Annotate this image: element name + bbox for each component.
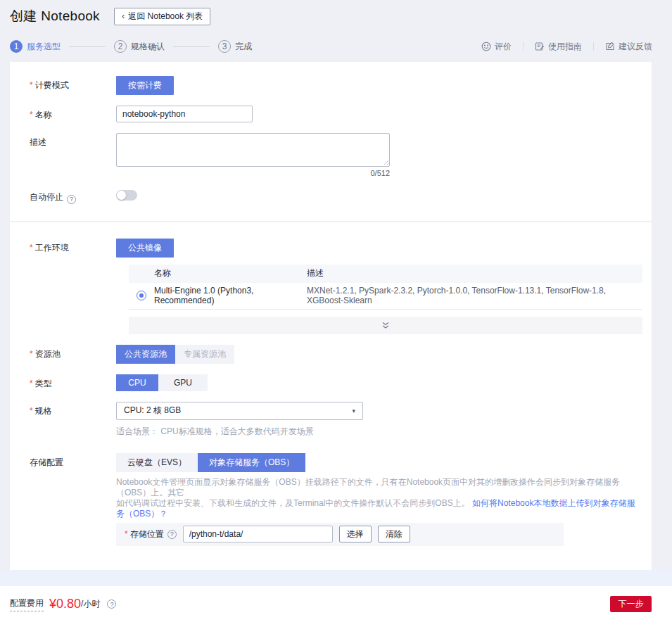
next-step-button[interactable]: 下一步 <box>610 596 652 612</box>
billing-mode-on-demand-button[interactable]: 按需计费 <box>116 76 174 95</box>
toggle-knob <box>117 191 126 200</box>
page-title: 创建 Notebook <box>10 7 100 25</box>
required-asterisk: * <box>30 379 33 388</box>
header-separator <box>523 42 524 51</box>
step-2-number: 2 <box>114 40 127 53</box>
work-env-label: *工作环境 <box>30 239 116 334</box>
required-asterisk: * <box>30 406 33 416</box>
gpu-option[interactable]: GPU <box>158 374 208 391</box>
select-path-button[interactable]: 选择 <box>339 526 372 542</box>
flavor-selected-value: CPU: 2 核 8GB <box>124 405 181 417</box>
image-table: 名称 描述 Multi-Engine 1.0 (Python3, Recomme… <box>129 265 642 310</box>
resource-pool-label: *资源池 <box>30 345 116 364</box>
flavor-row: *规格 CPU: 2 核 8GB ▾ 适合场景： CPU标准规格，适合大多数代码… <box>10 402 652 438</box>
description-textarea[interactable] <box>116 133 390 167</box>
required-asterisk: * <box>125 529 128 539</box>
user-guide-link[interactable]: 使用指南 <box>535 41 582 53</box>
step-connector <box>173 46 210 47</box>
header-separator <box>593 42 594 51</box>
required-asterisk: * <box>30 80 33 90</box>
flavor-hint: 适合场景： CPU标准规格，适合大多数代码开发场景 <box>116 426 652 438</box>
table-row[interactable]: Multi-Engine 1.0 (Python3, Recommended) … <box>129 283 642 310</box>
resource-pool-options: 公共资源池 专属资源池 <box>116 345 652 364</box>
image-desc: MXNet-1.2.1, PySpark-2.3.2, Pytorch-1.0.… <box>307 286 642 305</box>
storage-location-help-icon[interactable]: ? <box>167 530 177 539</box>
name-label: *名称 <box>30 106 116 122</box>
storage-location-box: * 存储位置 ? 选择 清除 <box>116 523 564 546</box>
step-indicator: 1 服务选型 2 规格确认 3 完成 评价 <box>10 40 662 53</box>
storage-note-line1: Notebook文件管理页面显示对象存储服务（OBS）挂载路径下的文件，只有在N… <box>116 477 620 497</box>
flavor-select[interactable]: CPU: 2 核 8GB ▾ <box>116 402 363 420</box>
cpu-option[interactable]: CPU <box>116 374 158 391</box>
double-chevron-down-icon <box>381 322 390 329</box>
step-1-service-selection: 1 服务选型 <box>10 40 61 53</box>
storage-config-row: 存储配置 云硬盘（EVS） 对象存储服务（OBS） Notebook文件管理页面… <box>10 453 652 546</box>
image-name: Multi-Engine 1.0 (Python3, Recommended) <box>154 286 307 305</box>
storage-tabs: 云硬盘（EVS） 对象存储服务（OBS） <box>116 453 652 472</box>
name-column-header: 名称 <box>154 267 307 279</box>
step-3-label: 完成 <box>235 41 252 53</box>
desc-column-header: 描述 <box>307 267 642 279</box>
evs-tab[interactable]: 云硬盘（EVS） <box>116 453 198 472</box>
storage-note-line2: 如代码调试过程中安装、下载和生成的文件，及Terminal中的文件操作默认不会同… <box>116 498 472 508</box>
step-1-number: 1 <box>10 40 23 53</box>
section-divider <box>10 221 652 222</box>
work-env-row: *工作环境 公共镜像 名称 描述 Multi-Engine 1.0 (P <box>10 239 652 334</box>
image-radio-selected[interactable] <box>137 291 146 300</box>
image-table-header: 名称 描述 <box>129 265 642 283</box>
rating-link[interactable]: 评价 <box>481 41 512 53</box>
price-unit: /小时 <box>81 598 100 610</box>
dedicated-pool-option[interactable]: 专属资源池 <box>175 345 234 364</box>
feedback-label: 建议反馈 <box>619 41 652 53</box>
price-value: ¥0.80 <box>49 597 81 611</box>
required-asterisk: * <box>30 243 33 253</box>
create-notebook-page: 创建 Notebook ‹ 返回 Notebook 列表 1 服务选型 2 规格… <box>0 0 672 622</box>
rating-label: 评价 <box>495 41 512 53</box>
feedback-link[interactable]: 建议反馈 <box>605 41 652 53</box>
billing-mode-label: *计费模式 <box>30 76 116 95</box>
auto-stop-toggle[interactable] <box>116 190 137 201</box>
expand-more-bar[interactable] <box>129 317 642 334</box>
name-row: *名称 <box>10 106 652 122</box>
caret-down-icon: ▾ <box>352 407 355 414</box>
resource-pool-row: *资源池 公共资源池 专属资源池 <box>10 345 652 364</box>
back-to-notebook-list-button[interactable]: ‹ 返回 Notebook 列表 <box>114 8 210 25</box>
description-label: 描述 <box>30 133 116 177</box>
char-counter: 0/512 <box>116 169 390 177</box>
back-chevron-icon: ‹ <box>122 13 125 20</box>
storage-config-label: 存储配置 <box>30 453 116 546</box>
feedback-icon <box>605 42 615 51</box>
step-2-label: 规格确认 <box>131 41 165 53</box>
public-pool-option[interactable]: 公共资源池 <box>116 345 175 364</box>
storage-location-input[interactable] <box>183 526 333 542</box>
cost-label: 配置费用 <box>10 597 44 611</box>
step-connector <box>69 46 106 47</box>
footer-bar: 配置费用 ¥0.80 /小时 ? 下一步 <box>0 586 672 622</box>
smiley-icon <box>481 42 491 51</box>
billing-mode-row: *计费模式 按需计费 <box>10 76 652 95</box>
auto-stop-row: 自动停止? <box>10 188 652 204</box>
guide-doc-icon <box>535 42 545 51</box>
price-help-icon[interactable]: ? <box>107 599 116 609</box>
form-card: *计费模式 按需计费 *名称 描述 <box>10 62 652 622</box>
public-image-button[interactable]: 公共镜像 <box>116 239 174 258</box>
required-asterisk: * <box>30 349 33 359</box>
storage-note: Notebook文件管理页面显示对象存储服务（OBS）挂载路径下的文件，只有在N… <box>116 477 642 519</box>
step-3-finish: 3 完成 <box>218 40 252 53</box>
page-header: 创建 Notebook ‹ 返回 Notebook 列表 1 服务选型 2 规格… <box>0 0 672 53</box>
footer-highlight-band <box>0 570 672 586</box>
step-3-number: 3 <box>218 40 231 53</box>
user-guide-label: 使用指南 <box>548 41 582 53</box>
description-row: 描述 0/512 <box>10 133 652 177</box>
required-asterisk: * <box>30 110 33 120</box>
step-1-label: 服务选型 <box>27 41 61 53</box>
obs-tab[interactable]: 对象存储服务（OBS） <box>198 453 305 472</box>
header-links: 评价 使用指南 建议反馈 <box>481 41 652 53</box>
clear-path-button[interactable]: 清除 <box>378 526 410 542</box>
notebook-name-input[interactable] <box>116 106 253 122</box>
step-2-spec-confirm: 2 规格确认 <box>114 40 165 53</box>
flavor-label: *规格 <box>30 402 116 438</box>
storage-location-label: * 存储位置 ? <box>125 528 177 540</box>
auto-stop-help-icon[interactable]: ? <box>67 195 76 204</box>
type-row: *类型 CPU GPU <box>10 374 652 391</box>
